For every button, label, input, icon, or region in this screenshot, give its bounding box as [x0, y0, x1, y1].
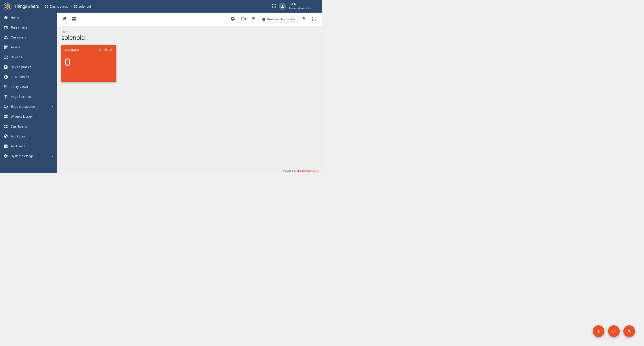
- widgets-library-icon: [4, 114, 8, 119]
- sidebar-item-dashboards[interactable]: Dashboards: [0, 121, 57, 131]
- logo-text: ThingsBoard: [14, 4, 39, 9]
- user-info: dhil b Tenant administrator: [289, 3, 311, 10]
- sidebar-item-api-usage[interactable]: Api Usage: [0, 141, 57, 151]
- sidebar-item-entity-views[interactable]: Entity Views: [0, 82, 57, 92]
- breadcrumb-solenoid-label: solenoid: [78, 5, 91, 8]
- sidebar-item-customers[interactable]: Customers: [0, 32, 57, 42]
- sidebar-item-edge-instances[interactable]: Edge instances: [0, 92, 57, 102]
- svg-point-6: [6, 7, 6, 8]
- responsive-icon: [241, 16, 246, 21]
- entity-views-icon: [4, 85, 8, 89]
- sidebar-label-assets: Assets: [11, 46, 20, 49]
- widget-card: lockstatus: [61, 45, 116, 82]
- sidebar-item-widgets-library[interactable]: Widgets Library: [0, 112, 57, 121]
- widget-close-button[interactable]: [109, 48, 113, 52]
- breadcrumb-solenoid[interactable]: solenoid: [74, 5, 91, 8]
- logo: ThingsBoard: [4, 2, 39, 10]
- dashboard-grid-icon: [45, 5, 48, 8]
- settings-button[interactable]: [228, 15, 237, 24]
- sidebar-label-device-profiles: Device profiles: [11, 65, 32, 69]
- svg-rect-14: [74, 7, 75, 8]
- svg-rect-19: [4, 127, 6, 128]
- footer-text: Powered by: [283, 169, 297, 172]
- more-menu-button[interactable]: ⋮: [314, 4, 318, 9]
- sidebar-label-entity-views: Entity Views: [11, 85, 28, 89]
- svg-rect-22: [74, 17, 76, 19]
- breadcrumb-dashboards-label: Dashboards: [50, 5, 68, 8]
- content-area: Realtime - last minute: [57, 13, 322, 173]
- widget-title: lockstatus: [64, 48, 80, 52]
- avatar[interactable]: [279, 3, 286, 10]
- sidebar-label-system-settings: System Settings: [11, 154, 34, 158]
- widget-actions: [98, 48, 113, 52]
- widget-close-icon: [110, 48, 113, 51]
- time-label: Realtime - last minute: [267, 18, 295, 21]
- svg-rect-18: [6, 125, 8, 126]
- system-settings-icon: [4, 154, 8, 158]
- fullscreen-icon: [272, 4, 276, 8]
- grid-view-button[interactable]: [70, 15, 78, 24]
- sidebar-item-edge-management[interactable]: Edge management ▾: [0, 102, 57, 112]
- filter-button[interactable]: [249, 15, 258, 24]
- toolbar-left: [60, 15, 228, 24]
- filter-icon: [251, 16, 256, 21]
- sidebar-label-rule-chains: Rule chains: [11, 26, 27, 29]
- svg-point-3: [9, 5, 10, 6]
- device-profiles-icon: [4, 65, 8, 69]
- footer: Powered by Thingsboard v.3.4.0: [57, 168, 322, 173]
- sidebar-item-audit-logs[interactable]: Audit Logs: [0, 131, 57, 141]
- api-usage-icon: [4, 144, 8, 148]
- svg-rect-21: [72, 17, 74, 19]
- layers-button[interactable]: [60, 15, 69, 24]
- content-fullscreen-button[interactable]: [310, 15, 318, 24]
- sidebar-item-system-settings[interactable]: System Settings ▾: [0, 151, 57, 161]
- download-button[interactable]: [300, 15, 308, 24]
- settings-icon: [230, 16, 235, 21]
- widget-download-button[interactable]: [104, 48, 108, 52]
- svg-rect-8: [45, 5, 46, 6]
- rule-chains-icon: [4, 25, 8, 30]
- system-settings-chevron: ▾: [52, 154, 53, 158]
- audit-logs-icon: [4, 134, 8, 139]
- sidebar-item-devices[interactable]: Devices: [0, 52, 57, 62]
- customers-icon: [4, 35, 8, 40]
- breadcrumb: Dashboards > solenoid: [45, 5, 272, 8]
- widget-edit-icon: [99, 48, 102, 51]
- sidebar-item-home[interactable]: Home: [0, 13, 57, 23]
- top-bar: ThingsBoard Dashboards >: [0, 0, 322, 13]
- svg-rect-24: [74, 19, 76, 21]
- sidebar-item-assets[interactable]: Assets: [0, 42, 57, 52]
- user-role: Tenant administrator: [289, 7, 311, 10]
- svg-point-7: [6, 5, 6, 6]
- edge-management-chevron: ▾: [52, 105, 53, 108]
- user-name: dhil b: [289, 3, 311, 7]
- sidebar-label-dashboards: Dashboards: [11, 125, 28, 128]
- svg-point-2: [7, 4, 8, 5]
- breadcrumb-separator: >: [70, 5, 72, 8]
- svg-rect-11: [47, 7, 48, 8]
- svg-rect-15: [76, 7, 76, 8]
- svg-rect-20: [6, 127, 8, 128]
- content-toolbar: Realtime - last minute: [57, 13, 322, 26]
- time-selector[interactable]: Realtime - last minute: [260, 16, 298, 23]
- sidebar-item-ota-updates[interactable]: OTA updates: [0, 72, 57, 82]
- sidebar-label-devices: Devices: [11, 55, 22, 59]
- svg-rect-23: [72, 19, 74, 21]
- breadcrumb-dashboards[interactable]: Dashboards: [45, 5, 68, 8]
- fullscreen-button[interactable]: [272, 4, 276, 9]
- sidebar-label-customers: Customers: [11, 36, 26, 39]
- footer-link[interactable]: Thingsboard v.3.4.0: [297, 169, 318, 172]
- grid-view-icon: [72, 16, 76, 21]
- sidebar-item-rule-chains[interactable]: Rule chains: [0, 23, 57, 32]
- svg-rect-10: [45, 7, 46, 8]
- widget-value: 0: [64, 57, 113, 68]
- user-avatar-icon: [280, 4, 285, 9]
- svg-point-1: [7, 6, 8, 7]
- sidebar-label-edge-management: Edge management: [11, 105, 37, 108]
- home-icon: [4, 15, 8, 20]
- responsive-button[interactable]: [239, 15, 248, 24]
- topbar-right: dhil b Tenant administrator ⋮: [272, 3, 318, 10]
- sidebar-item-device-profiles[interactable]: Device profiles: [0, 62, 57, 72]
- sidebar: Home Rule chains Customers Assets Device…: [0, 13, 57, 173]
- widget-edit-button[interactable]: [98, 48, 102, 52]
